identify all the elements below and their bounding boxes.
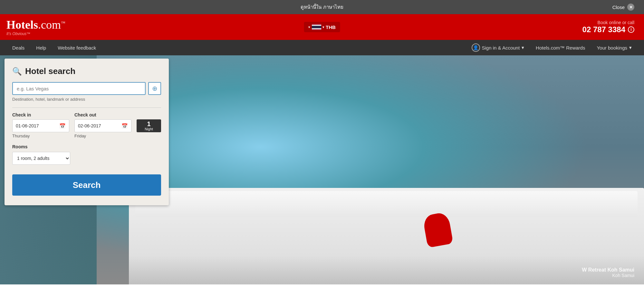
- check-in-label: Check in: [12, 112, 69, 117]
- thai-flag-icon: [312, 24, 321, 30]
- location-sub: Koh Samui: [582, 273, 634, 278]
- check-out-day: Friday: [74, 134, 131, 138]
- panel-title-text: Hotel search: [25, 66, 75, 76]
- bookings-label: Your bookings: [597, 45, 627, 51]
- hero-section: W Retreat Koh Samui Koh Samui 🔍 Hotel se…: [0, 55, 644, 284]
- search-icon: 🔍: [12, 67, 22, 76]
- close-icon: ✕: [627, 4, 634, 11]
- nav-bar: Deals Help Website feedback 👤 Sign in & …: [0, 40, 644, 55]
- check-out-group: Check out 02-06-2017 📅 Friday: [74, 112, 131, 138]
- close-button[interactable]: Close ✕: [612, 4, 634, 11]
- language-selector[interactable]: ▾ ▾ THB: [304, 22, 340, 32]
- check-out-field[interactable]: 02-06-2017 📅: [74, 119, 131, 132]
- location-credit: W Retreat Koh Samui Koh Samui: [582, 267, 634, 278]
- nights-label: Night: [145, 127, 153, 131]
- nav-sign-in[interactable]: 👤 Sign in & Account ▾: [466, 40, 530, 55]
- logo-area[interactable]: Hotels.com™ It's Obvious™: [6, 18, 65, 36]
- rooms-section: Rooms 1 room, 2 adults: [12, 144, 161, 165]
- currency-label: THB: [326, 24, 336, 30]
- currency-chevron-icon: ▾: [322, 25, 324, 29]
- check-in-day: Thursday: [12, 134, 69, 138]
- search-button[interactable]: Search: [12, 174, 161, 196]
- user-icon: 👤: [472, 43, 480, 52]
- close-label: Close: [612, 5, 625, 10]
- search-panel: 🔍 Hotel search ⊕ Destination, hotel, lan…: [5, 59, 169, 205]
- hero-bed: [129, 188, 644, 284]
- panel-title: 🔍 Hotel search: [12, 66, 161, 76]
- dates-row: Check in 01-06-2017 📅 Thursday Check out…: [12, 112, 161, 138]
- book-label: Book online or call: [582, 20, 634, 25]
- destination-hint: Destination, hotel, landmark or address: [12, 97, 161, 102]
- lang-chevron-icon: ▾: [308, 25, 310, 29]
- check-out-calendar-icon: 📅: [121, 123, 128, 129]
- check-out-label: Check out: [74, 112, 131, 117]
- destination-input[interactable]: [12, 82, 146, 95]
- location-name: W Retreat Koh Samui: [582, 267, 634, 273]
- check-out-value: 02-06-2017: [78, 123, 121, 128]
- nav-right: 👤 Sign in & Account ▾ Hotels.com™ Reward…: [466, 40, 638, 55]
- top-banner-text: ดูหน้านี้ใน ภาษาไทย: [301, 3, 343, 11]
- nav-deals[interactable]: Deals: [6, 40, 30, 55]
- check-in-calendar-icon: 📅: [59, 123, 66, 129]
- destination-row: ⊕: [12, 82, 161, 95]
- bookings-chevron: ▾: [629, 45, 632, 51]
- nav-help[interactable]: Help: [30, 40, 52, 55]
- nights-spacer: [137, 112, 161, 117]
- sign-in-label: Sign in & Account: [482, 45, 520, 51]
- nights-box: 1 Night: [137, 112, 161, 132]
- top-banner: ดูหน้านี้ใน ภาษาไทย Close ✕: [0, 0, 644, 14]
- nights-number: 1: [147, 121, 150, 127]
- logo-subtitle: It's Obvious™: [6, 32, 65, 36]
- phone-number: 02 787 3384: [582, 25, 625, 34]
- logo-tm: ™: [61, 21, 65, 25]
- info-icon[interactable]: i: [628, 26, 634, 33]
- main-header: Hotels.com™ It's Obvious™ ▾ ▾ THB Book o…: [0, 14, 644, 40]
- nights-selector[interactable]: 1 Night: [137, 119, 161, 132]
- divider: [12, 107, 161, 108]
- rooms-label: Rooms: [12, 144, 161, 149]
- nav-rewards[interactable]: Hotels.com™ Rewards: [530, 40, 591, 55]
- rooms-select[interactable]: 1 room, 2 adults: [12, 152, 70, 165]
- check-in-group: Check in 01-06-2017 📅 Thursday: [12, 112, 69, 138]
- nav-bookings[interactable]: Your bookings ▾: [591, 40, 638, 55]
- call-to-action: Book online or call 02 787 3384 i: [582, 20, 634, 34]
- phone-number-area: 02 787 3384 i: [582, 25, 634, 34]
- check-in-value: 01-06-2017: [16, 123, 59, 128]
- nav-left: Deals Help Website feedback: [6, 40, 102, 55]
- logo[interactable]: Hotels.com™: [6, 18, 65, 32]
- locate-button[interactable]: ⊕: [148, 82, 161, 95]
- check-in-field[interactable]: 01-06-2017 📅: [12, 119, 69, 132]
- sign-in-chevron: ▾: [522, 45, 524, 51]
- nav-website-feedback[interactable]: Website feedback: [52, 40, 102, 55]
